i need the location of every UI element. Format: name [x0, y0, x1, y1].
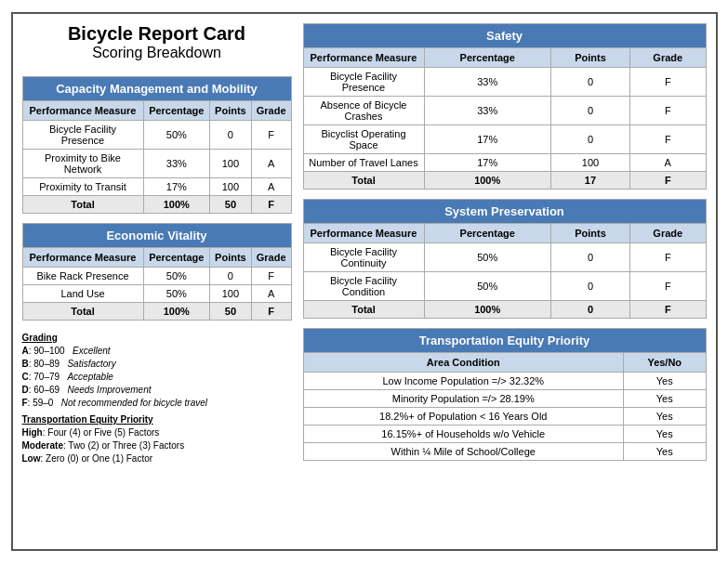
safety-row-4: Number of Travel Lanes 17% 100 A: [303, 154, 706, 172]
safety-col-headers: Performance Measure Percentage Points Gr…: [303, 48, 706, 68]
safety-header: Safety: [303, 24, 706, 48]
safety-table: Safety Performance Measure Percentage Po…: [303, 23, 707, 190]
system-total-row: Total 100% 0 F: [303, 301, 706, 319]
grading-title: Grading: [22, 332, 292, 345]
econ-row-2: Land Use 50% 100 A: [22, 285, 291, 303]
system-row-1: Bicycle Facility Continuity 50% 0 F: [303, 243, 706, 272]
econ-col-headers: Performance Measure Percentage Points Gr…: [22, 248, 291, 268]
system-col-grade: Grade: [630, 224, 706, 243]
tep-row-4: 16.15%+ of Households w/o Vehicle Yes: [303, 426, 706, 443]
grade-f: F: 59–0 Not recommended for bicycle trav…: [22, 397, 292, 410]
economic-table: Economic Vitality Performance Measure Pe…: [22, 223, 292, 321]
cap-row-3: Proximity to Transit 17% 100 A: [22, 178, 291, 196]
system-col-measure: Performance Measure: [303, 224, 424, 243]
tep-col-area: Area Condition: [303, 353, 624, 373]
tep-row-2: Minority Population =/> 28.19% Yes: [303, 390, 706, 408]
title-line2: Scoring Breakdown: [22, 45, 292, 61]
tep-row-3: 18.2%+ of Population < 16 Years Old Yes: [303, 408, 706, 426]
safety-col-measure: Performance Measure: [303, 48, 424, 68]
tep-low: Low: Zero (0) or One (1) Factor: [22, 452, 292, 465]
system-header: System Preservation: [303, 200, 706, 224]
tep-col-headers: Area Condition Yes/No: [303, 353, 706, 373]
grade-d: D: 60–69 Needs Improvement: [22, 384, 292, 397]
econ-col-measure: Performance Measure: [22, 248, 143, 268]
tep-col-yesno: Yes/No: [624, 353, 707, 373]
econ-col-grade: Grade: [251, 248, 291, 268]
safety-row-3: Bicyclist Operating Space 17% 0 F: [303, 125, 706, 154]
econ-col-pct: Percentage: [143, 248, 210, 268]
left-column: Bicycle Report Card Scoring Breakdown Ca…: [22, 23, 292, 540]
tep-row-1: Low Income Population =/> 32.32% Yes: [303, 373, 706, 390]
safety-col-grade: Grade: [630, 48, 706, 68]
econ-total-row: Total 100% 50 F: [22, 303, 291, 321]
safety-col-pct: Percentage: [424, 48, 550, 68]
tep-row-5: Within ¼ Mile of School/College Yes: [303, 443, 706, 461]
grade-a: A: 90–100 Excellent: [22, 345, 292, 358]
cap-col-measure: Performance Measure: [22, 101, 143, 121]
title-line1: Bicycle Report Card: [22, 23, 292, 45]
econ-row-1: Bike Rack Presence 50% 0 F: [22, 268, 291, 285]
system-col-headers: Performance Measure Percentage Points Gr…: [303, 224, 706, 243]
cap-col-pct: Percentage: [143, 101, 210, 121]
system-col-pct: Percentage: [424, 224, 550, 243]
grading-legend: Grading A: 90–100 Excellent B: 80–89 Sat…: [22, 332, 292, 465]
economic-header: Economic Vitality: [22, 224, 291, 248]
page: Bicycle Report Card Scoring Breakdown Ca…: [11, 12, 718, 551]
safety-row-2: Absence of Bicycle Crashes 33% 0 F: [303, 97, 706, 125]
cap-row-1: Bicycle Facility Presence 50% 0 F: [22, 121, 291, 150]
system-col-pts: Points: [550, 224, 629, 243]
report-title: Bicycle Report Card Scoring Breakdown: [22, 23, 292, 67]
grade-b: B: 80–89 Satisfactory: [22, 358, 292, 371]
safety-row-1: Bicycle Facility Presence 33% 0 F: [303, 68, 706, 97]
cap-col-grade: Grade: [251, 101, 291, 121]
system-table: System Preservation Performance Measure …: [303, 199, 707, 319]
safety-col-pts: Points: [550, 48, 629, 68]
right-column: Safety Performance Measure Percentage Po…: [303, 23, 707, 540]
econ-col-pts: Points: [210, 248, 252, 268]
tep-legend-title: Transportation Equity Priority: [22, 413, 292, 426]
tep-high: High: Four (4) or Five (5) Factors: [22, 426, 292, 439]
cap-row-2: Proximity to Bike Network 33% 100 A: [22, 150, 291, 178]
tep-table: Transportation Equity Priority Area Cond…: [303, 328, 707, 461]
safety-total-row: Total 100% 17 F: [303, 172, 706, 190]
capacity-col-headers: Performance Measure Percentage Points Gr…: [22, 101, 291, 121]
capacity-header: Capacity Management and Mobility: [22, 77, 291, 101]
cap-total-row: Total 100% 50 F: [22, 196, 291, 214]
grade-c: C: 70–79 Acceptable: [22, 371, 292, 384]
capacity-table: Capacity Management and Mobility Perform…: [22, 76, 292, 214]
tep-header: Transportation Equity Priority: [303, 329, 706, 353]
tep-moderate: Moderate: Two (2) or Three (3) Factors: [22, 439, 292, 452]
system-row-2: Bicycle Facility Condition 50% 0 F: [303, 272, 706, 301]
cap-col-pts: Points: [210, 101, 252, 121]
